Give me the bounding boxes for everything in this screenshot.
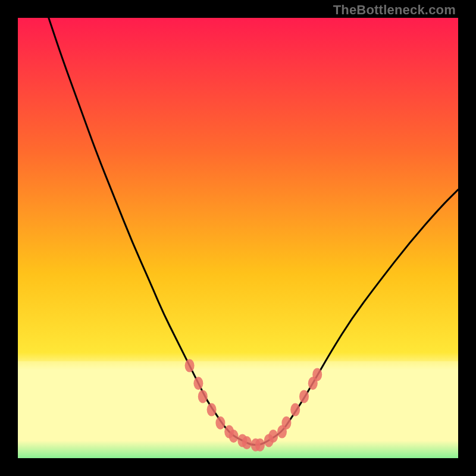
marker-point: [193, 377, 203, 390]
chart-frame: [18, 18, 458, 458]
watermark-text: TheBottleneck.com: [333, 2, 456, 18]
marker-point: [299, 390, 309, 403]
marker-point: [312, 368, 322, 381]
marker-point: [215, 416, 225, 430]
marker-point: [242, 436, 252, 449]
marker-point: [229, 430, 239, 443]
marker-point: [255, 439, 265, 452]
marker-point: [268, 430, 278, 443]
marker-point: [185, 359, 195, 372]
marker-point: [198, 390, 208, 403]
marker-point: [281, 416, 291, 430]
marker-point: [290, 403, 300, 416]
marker-point: [207, 403, 217, 416]
bottom-band: [18, 361, 458, 458]
bottleneck-chart: [18, 18, 458, 458]
